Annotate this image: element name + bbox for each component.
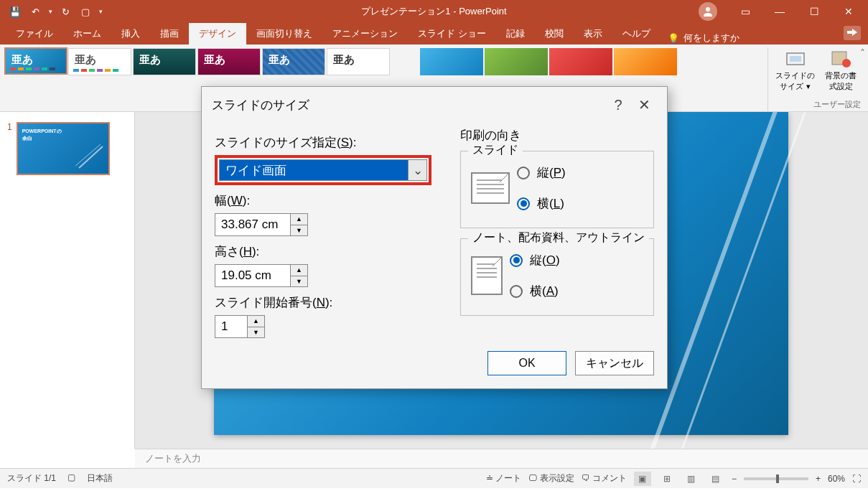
start-number-label: スライド開始番号(N): (215, 294, 431, 311)
lightbulb-icon: 💡 (668, 33, 679, 44)
tab-draw[interactable]: 描画 (150, 23, 189, 45)
slide-size-select[interactable]: ワイド画面 ⌄ (219, 159, 427, 181)
orientation-title: 印刷の向き (460, 127, 654, 144)
theme-thumb-3[interactable]: 亜あ (133, 48, 196, 75)
notes-orientation-group: ノート、配布資料、アウトライン 縦(O) 横(A) (460, 238, 654, 316)
start-from-beginning-icon[interactable]: ▢ (76, 2, 95, 21)
dialog-close-button[interactable]: ✕ (631, 94, 657, 116)
chevron-down-icon: ⌄ (408, 160, 426, 180)
dialog-title: スライドのサイズ (212, 97, 309, 113)
quick-access-toolbar: 💾 ↶ ▾ ↻ ▢ ▾ (0, 2, 105, 21)
notes-pane[interactable]: ノートを入力 (135, 449, 868, 468)
width-input[interactable]: 33.867 cm▲▼ (215, 213, 308, 236)
cancel-button[interactable]: キャンセル (575, 351, 654, 375)
tab-slideshow[interactable]: スライド ショー (408, 23, 496, 45)
height-spinner[interactable]: ▲▼ (290, 265, 307, 286)
window-title: プレゼンテーション1 - PowerPoint (361, 5, 506, 18)
spell-check-icon[interactable]: ▢ (67, 472, 75, 485)
slide-thumbnail-1[interactable]: POWERPOINTの 余白 (17, 122, 110, 175)
zoom-in-icon[interactable]: + (816, 474, 821, 484)
variant-thumb-2[interactable] (485, 48, 548, 75)
slide-size-icon (785, 50, 806, 69)
ok-button[interactable]: OK (487, 351, 566, 375)
tab-home[interactable]: ホーム (63, 23, 111, 45)
variant-thumb-1[interactable] (420, 48, 483, 75)
svg-point-4 (842, 59, 851, 67)
theme-thumb-2[interactable]: 亜あ (68, 48, 131, 75)
size-spec-label: スライドのサイズ指定(S): (215, 134, 431, 151)
landscape-page-icon (471, 172, 510, 204)
tell-me-search[interactable]: 💡 何をしますか (668, 32, 739, 45)
normal-view-icon[interactable]: ▣ (634, 472, 651, 486)
user-avatar[interactable] (699, 2, 717, 21)
theme-thumb-1[interactable]: 亜あ (4, 47, 67, 75)
svg-line-6 (79, 146, 103, 168)
notes-toggle[interactable]: ≐ ノート (486, 472, 521, 485)
theme-thumb-4[interactable]: 亜あ (197, 48, 261, 75)
ribbon-display-icon[interactable]: ▭ (729, 0, 762, 23)
slide-counter[interactable]: スライド 1/1 (7, 472, 56, 485)
tab-transitions[interactable]: 画面切り替え (246, 23, 322, 45)
dialog-help-button[interactable]: ? (605, 94, 631, 116)
undo-dropdown-icon[interactable]: ▾ (46, 2, 55, 21)
start-number-input[interactable]: 1▲▼ (215, 315, 265, 338)
zoom-level[interactable]: 60% (828, 474, 845, 484)
svg-line-5 (75, 144, 101, 166)
format-background-icon (831, 50, 851, 69)
slide-sorter-view-icon[interactable]: ⊞ (658, 472, 676, 486)
theme-thumb-6[interactable]: 亜あ (327, 48, 390, 75)
tab-design[interactable]: デザイン (189, 23, 246, 45)
status-bar: スライド 1/1 ▢ 日本語 ≐ ノート 🖵 表示設定 🗨 コメント ▣ ⊞ ▥… (0, 468, 868, 488)
svg-point-0 (706, 7, 710, 11)
portrait-page-icon (471, 256, 503, 295)
reading-view-icon[interactable]: ▥ (683, 472, 700, 486)
title-bar: 💾 ↶ ▾ ↻ ▢ ▾ プレゼンテーション1 - PowerPoint ▭ — … (0, 0, 868, 23)
slide-number: 1 (7, 122, 12, 175)
slide-size-dialog: スライドのサイズ ? ✕ スライドのサイズ指定(S): ワイド画面 ⌄ 幅(W)… (201, 86, 668, 389)
variant-thumb-4[interactable] (614, 48, 677, 75)
language-indicator[interactable]: 日本語 (87, 472, 113, 485)
slide-orientation-group: スライド 縦(P) 横(L) (460, 151, 654, 228)
slide-size-button[interactable]: スライドの サイズ ▾ (775, 50, 815, 108)
svg-rect-2 (790, 56, 801, 62)
qat-dropdown-icon[interactable]: ▾ (96, 2, 105, 21)
size-select-highlight: ワイド画面 ⌄ (215, 155, 431, 185)
variant-thumb-3[interactable] (549, 48, 612, 75)
collapse-ribbon-icon[interactable]: ˄ (860, 47, 865, 59)
notes-portrait-radio[interactable]: 縦(O) (510, 252, 560, 268)
zoom-slider[interactable] (744, 477, 808, 480)
tab-review[interactable]: 校閲 (535, 23, 574, 45)
save-icon[interactable]: 💾 (6, 2, 24, 21)
minimize-button[interactable]: — (763, 0, 796, 23)
notes-landscape-radio[interactable]: 横(A) (510, 283, 560, 299)
slide-thumbnail-panel[interactable]: 1 POWERPOINTの 余白 (0, 112, 135, 449)
height-label: 高さ(H): (215, 243, 431, 260)
slide-landscape-radio[interactable]: 横(L) (517, 195, 566, 212)
ribbon-tabs: ファイル ホーム 挿入 描画 デザイン 画面切り替え アニメーション スライド … (0, 23, 868, 45)
tab-view[interactable]: 表示 (574, 23, 612, 45)
tab-record[interactable]: 記録 (496, 23, 535, 45)
maximize-button[interactable]: ☐ (798, 0, 831, 23)
undo-icon[interactable]: ↶ (26, 2, 45, 21)
slide-portrait-radio[interactable]: 縦(P) (517, 164, 566, 181)
redo-icon[interactable]: ↻ (56, 2, 75, 21)
tab-file[interactable]: ファイル (6, 23, 63, 45)
comments-toggle[interactable]: 🗨 コメント (582, 472, 627, 485)
close-button[interactable]: ✕ (832, 0, 865, 23)
width-spinner[interactable]: ▲▼ (290, 214, 307, 235)
display-settings[interactable]: 🖵 表示設定 (528, 472, 574, 485)
customize-group-label: ユーザー設定 (813, 99, 861, 110)
share-button[interactable] (844, 26, 861, 40)
fit-to-window-icon[interactable]: ⛶ (852, 474, 861, 484)
zoom-out-icon[interactable]: − (732, 474, 737, 484)
slideshow-view-icon[interactable]: ▤ (707, 472, 724, 486)
tab-insert[interactable]: 挿入 (111, 23, 150, 45)
theme-thumb-5[interactable]: 亜あ (262, 48, 325, 75)
tab-animations[interactable]: アニメーション (322, 23, 408, 45)
start-spinner[interactable]: ▲▼ (247, 316, 264, 337)
width-label: 幅(W): (215, 192, 431, 209)
tab-help[interactable]: ヘルプ (612, 23, 661, 45)
height-input[interactable]: 19.05 cm▲▼ (215, 264, 308, 287)
